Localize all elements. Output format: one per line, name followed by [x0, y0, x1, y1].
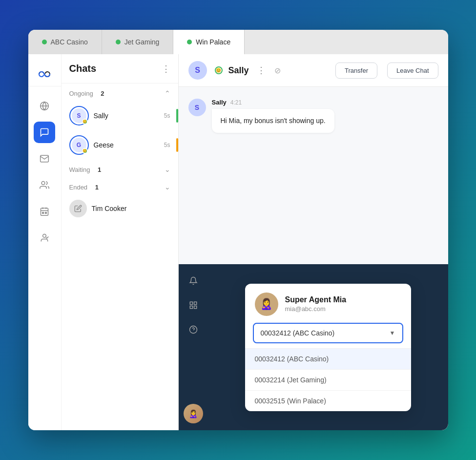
chevron-ongoing[interactable]: ⌃: [165, 89, 170, 97]
agent-email: mia@abc.com: [285, 305, 347, 313]
section-ongoing-header: Ongoing 2 ⌃: [62, 84, 178, 101]
svg-rect-9: [190, 302, 192, 304]
tab-label-jet: Jet Gaming: [124, 38, 160, 46]
tab-bar: ABC Casino Jet Gaming Win Palace: [28, 30, 448, 54]
chat-name-tim: Tim Cooker: [92, 205, 170, 212]
sidebar-icons: [28, 54, 62, 430]
option-abc[interactable]: 00032412 (ABC Casino): [245, 349, 411, 369]
tab-dot-jet: [116, 40, 121, 44]
svg-rect-6: [42, 212, 44, 214]
chat-header-avatar: S: [188, 61, 207, 80]
block-icon[interactable]: ⊘: [274, 66, 281, 75]
option-jet[interactable]: 00032214 (Jet Gaming): [245, 369, 411, 390]
nav-icon-calendar[interactable]: [34, 201, 55, 222]
chat-time-sally: 5s: [164, 112, 170, 119]
chat-header-status: 😊: [215, 66, 223, 74]
tab-label-abc: ABC Casino: [51, 38, 88, 46]
msg-meta: Sally 4:21: [212, 99, 334, 106]
tab-abc-casino[interactable]: ABC Casino: [28, 30, 102, 54]
svg-point-13: [189, 326, 197, 334]
nav-icon-chat[interactable]: [34, 122, 55, 143]
selected-account-label: 00032412 (ABC Casino): [261, 329, 335, 337]
dark-panel: 🙎‍♀️ 🙎‍♀️ Super Agent Mia mia@abc.com: [179, 264, 448, 430]
chat-item-tim[interactable]: Tim Cooker: [62, 195, 178, 222]
chat-header: S 😊 Sally ⋮ ⊘ Transfer Leave Chat: [179, 54, 448, 87]
dark-nav-help[interactable]: [184, 320, 203, 339]
tab-dot-abc: [42, 40, 47, 44]
sally-chat-bar: [176, 109, 178, 123]
svg-rect-11: [190, 306, 192, 309]
app-window: ABC Casino Jet Gaming Win Palace: [28, 30, 448, 430]
tab-jet-gaming[interactable]: Jet Gaming: [102, 30, 174, 54]
nav-icon-globe[interactable]: [34, 95, 55, 117]
leave-chat-button[interactable]: Leave Chat: [387, 63, 438, 79]
app-logo: [36, 69, 53, 80]
nav-icon-team[interactable]: [34, 174, 55, 196]
msg-sender-name: Sally: [212, 99, 227, 106]
chats-title: Chats: [69, 63, 97, 74]
tab-win-palace[interactable]: Win Palace: [173, 30, 245, 54]
chats-panel: Chats ⋮ Ongoing 2 ⌃ S 😊 Sall: [62, 54, 179, 430]
agent-card-header: 🙎‍♀️ Super Agent Mia mia@abc.com: [245, 284, 411, 323]
tab-dot-win: [187, 40, 192, 44]
section-waiting-header: Waiting 1 ⌄: [62, 160, 178, 177]
svg-rect-7: [45, 212, 47, 214]
account-select[interactable]: 00032412 (ABC Casino) ▼: [253, 323, 403, 343]
msg-avatar-sally: S: [188, 99, 206, 116]
section-ongoing-label: Ongoing 2: [69, 90, 104, 97]
chat-name-geese: Geese: [94, 141, 159, 149]
status-icon: 😊: [215, 66, 223, 74]
agent-dropdown-card: 🙎‍♀️ Super Agent Mia mia@abc.com 0003241…: [245, 284, 411, 411]
dark-nav-bell[interactable]: [184, 271, 203, 291]
option-win[interactable]: 00032515 (Win Palace): [245, 390, 411, 411]
dropdown-arrow: ▼: [390, 330, 395, 336]
geese-avatar-ring: G 😊: [69, 135, 89, 155]
dropdown-options: 00032412 (ABC Casino) 00032214 (Jet Gami…: [245, 348, 411, 411]
section-waiting-label: Waiting 1: [69, 166, 102, 173]
svg-rect-10: [194, 302, 196, 304]
msg-time: 4:21: [230, 99, 242, 106]
main-content: Chats ⋮ Ongoing 2 ⌃ S 😊 Sall: [28, 54, 448, 430]
nav-icon-mail[interactable]: [34, 148, 55, 169]
geese-chat-bar: [176, 138, 178, 152]
chat-item-sally[interactable]: S 😊 Sally 5s: [62, 101, 178, 130]
chat-main: S 😊 Sally ⋮ ⊘ Transfer Leave Chat S Sall…: [179, 54, 448, 430]
dark-sidebar: 🙎‍♀️: [179, 264, 208, 430]
transfer-button[interactable]: Transfer: [335, 63, 377, 79]
chat-options-icon[interactable]: ⋮: [257, 65, 266, 76]
chevron-ended[interactable]: ⌄: [165, 183, 170, 191]
nav-icon-user-check[interactable]: [34, 227, 55, 249]
message-row-sally: S Sally 4:21 Hi Mia, my bonus isn't show…: [188, 99, 438, 133]
section-ended-label: Ended 1: [69, 184, 99, 191]
chats-header: Chats ⋮: [62, 54, 178, 84]
dark-nav-grid[interactable]: [184, 295, 203, 315]
logo-area: [28, 62, 62, 86]
msg-bubble: Hi Mia, my bonus isn't showing up.: [212, 109, 334, 133]
chat-header-name: Sally: [228, 65, 249, 76]
dropdown-area: 🙎‍♀️ Super Agent Mia mia@abc.com 0003241…: [208, 264, 448, 430]
chevron-waiting[interactable]: ⌄: [165, 166, 170, 173]
tim-avatar: [69, 200, 87, 217]
agent-avatar: 🙎‍♀️: [255, 293, 278, 316]
svg-rect-12: [194, 306, 196, 309]
dropdown-select-row: 00032412 (ABC Casino) ▼: [245, 323, 411, 348]
tab-label-win: Win Palace: [196, 38, 230, 46]
chat-name-sally: Sally: [94, 112, 159, 120]
svg-point-1: [41, 182, 45, 185]
section-ended-header: Ended 1 ⌄: [62, 177, 178, 195]
svg-rect-2: [41, 208, 48, 215]
sally-avatar-ring: S 😊: [69, 106, 89, 125]
msg-content-sally: Sally 4:21 Hi Mia, my bonus isn't showin…: [212, 99, 334, 133]
svg-point-8: [43, 234, 46, 238]
agent-bottom-avatar[interactable]: 🙎‍♀️: [184, 404, 203, 423]
agent-name: Super Agent Mia: [285, 295, 347, 304]
chat-time-geese: 5s: [164, 142, 170, 148]
agent-info: Super Agent Mia mia@abc.com: [285, 295, 347, 313]
chat-item-geese[interactable]: G 😊 Geese 5s: [62, 130, 178, 160]
chats-menu-icon[interactable]: ⋮: [162, 63, 170, 74]
